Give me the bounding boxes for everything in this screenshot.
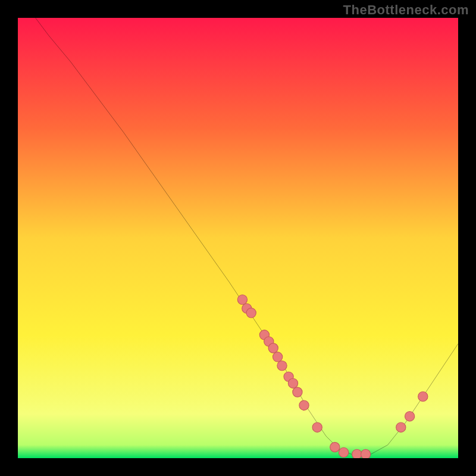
data-dot (246, 308, 256, 318)
data-dot (299, 400, 309, 410)
data-dot (418, 392, 428, 401)
data-dot (237, 295, 247, 304)
chart-frame (18, 18, 458, 458)
data-dot (352, 449, 362, 458)
data-dot (288, 378, 298, 388)
data-dot (339, 447, 348, 457)
watermark-text: TheBottleneck.com (343, 2, 469, 18)
data-dot (268, 343, 278, 353)
data-dot (361, 449, 370, 458)
data-dot (273, 352, 282, 362)
data-dot (396, 422, 406, 432)
data-dot (330, 442, 340, 452)
data-dot (312, 422, 322, 432)
data-dot (405, 412, 414, 421)
data-dot (293, 387, 302, 397)
gradient-bg (18, 18, 458, 458)
chart-svg (18, 18, 458, 458)
data-dot (277, 361, 287, 370)
